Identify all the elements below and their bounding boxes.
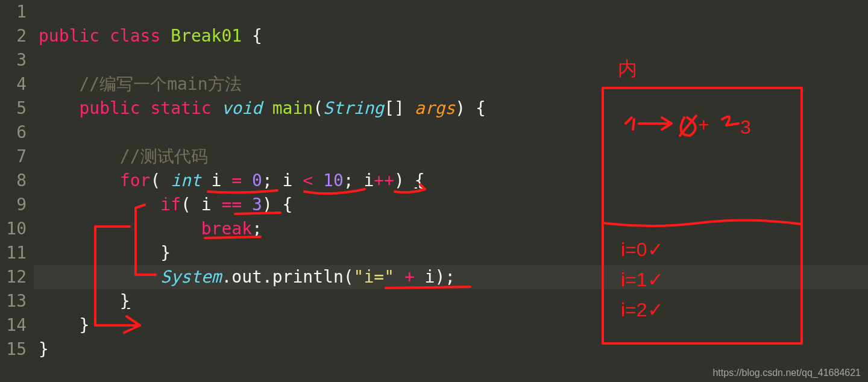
line-number: 2	[0, 24, 27, 48]
line-gutter: 1 2 3 4 5 6 7 8 9 10 11 12 13 14 15	[0, 0, 34, 382]
line-number: 12	[0, 265, 27, 289]
code-line	[34, 48, 868, 72]
line-number: 1	[0, 0, 27, 24]
code-editor: 1 2 3 4 5 6 7 8 9 10 11 12 13 14 15 publ…	[0, 0, 868, 382]
code-line: }	[34, 313, 868, 337]
line-number: 13	[0, 289, 27, 313]
line-number: 5	[0, 96, 27, 121]
code-line: for( int i = 0; i < 10; i++) {	[34, 169, 868, 193]
code-line: if( i == 3) {	[34, 193, 868, 217]
line-number: 10	[0, 217, 27, 241]
line-number: 14	[0, 313, 27, 337]
code-line: public static void main(String[] args) {	[34, 96, 868, 121]
code-line: //编写一个main方法	[34, 72, 868, 96]
code-line: public class Break01 {	[34, 24, 868, 48]
code-line	[34, 0, 868, 24]
code-line: //测试代码	[34, 145, 868, 169]
code-line: break;	[34, 217, 868, 241]
line-number: 15	[0, 337, 27, 362]
watermark: https://blog.csdn.net/qq_41684621	[712, 368, 861, 378]
line-number: 4	[0, 72, 27, 96]
code-line: }	[34, 241, 868, 265]
code-line: }	[34, 289, 868, 313]
line-number: 9	[0, 193, 27, 217]
line-number: 11	[0, 241, 27, 265]
code-line	[34, 121, 868, 145]
line-number: 7	[0, 145, 27, 169]
code-line: System.out.println("i=" + i);	[34, 265, 868, 289]
code-area[interactable]: public class Break01 { //编写一个main方法 publ…	[34, 0, 868, 382]
line-number: 6	[0, 121, 27, 145]
line-number: 8	[0, 169, 27, 193]
line-number: 3	[0, 48, 27, 72]
code-line: }	[34, 337, 868, 362]
